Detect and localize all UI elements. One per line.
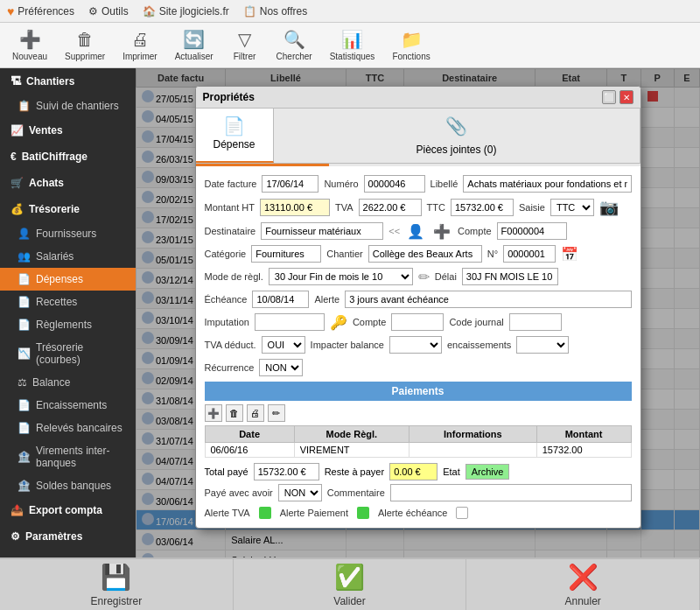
- compte2-input[interactable]: [391, 313, 444, 331]
- batichiffrage-icon: €: [10, 151, 17, 163]
- saisie-select[interactable]: TTCHT: [550, 199, 594, 216]
- annuler-button[interactable]: ❌ Annuler: [466, 559, 700, 610]
- payment-col-montant: Montant: [536, 426, 631, 443]
- filtrer-button[interactable]: ▽ Filtrer: [226, 25, 264, 65]
- sidebar-item-salaries[interactable]: 👥 Salariés: [0, 245, 136, 268]
- add-person-icon[interactable]: ➕: [433, 223, 451, 240]
- actualiser-button[interactable]: 🔄 Actualiser: [170, 25, 219, 65]
- imprimer-button[interactable]: 🖨 Imprimer: [117, 26, 162, 65]
- sidebar-item-suivi[interactable]: 📋 Suivi de chantiers: [0, 95, 136, 117]
- sidebar-item-reglements[interactable]: 📄 Règlements: [0, 313, 136, 336]
- sidebar-item-chantiers[interactable]: 🏗 Chantiers: [0, 68, 136, 95]
- sidebar-item-fournisseurs[interactable]: 👤 Fournisseurs: [0, 222, 136, 245]
- chantier-label: Chantier: [326, 249, 363, 259]
- modal-maximize-button[interactable]: ⬜: [602, 90, 616, 104]
- sidebar-item-parametres[interactable]: ⚙ Paramètres: [0, 523, 136, 550]
- double-arrow-icon[interactable]: <<: [388, 226, 400, 236]
- destinataire-input[interactable]: [261, 222, 383, 240]
- fonctions-button[interactable]: 📁 Fonctions: [387, 25, 435, 65]
- calendar-icon[interactable]: 📅: [561, 246, 578, 263]
- nouveau-button[interactable]: ➕ Nouveau: [7, 25, 52, 65]
- reste-input[interactable]: [389, 463, 438, 480]
- form-row-8: TVA déduct. OUINON Impacter balance enca…: [205, 336, 632, 354]
- payments-add-button[interactable]: ➕: [205, 404, 222, 422]
- payments-delete-button[interactable]: 🗑: [226, 404, 243, 422]
- form-row-6: Échéance Alerte: [205, 291, 632, 308]
- sidebar-item-recettes[interactable]: 📄 Recettes: [0, 291, 136, 313]
- impacter-balance-select[interactable]: [389, 336, 442, 354]
- sidebar-item-tresorerie[interactable]: 💰 Trésorerie: [0, 196, 136, 222]
- ttc-input[interactable]: [451, 199, 514, 216]
- sidebar-item-depenses[interactable]: 📄 Dépenses: [0, 268, 136, 291]
- chantiers-label: Chantiers: [26, 75, 74, 88]
- imputation-label: Imputation: [205, 317, 249, 327]
- numero-input[interactable]: [364, 175, 425, 193]
- sidebar-item-export-compta[interactable]: 📤 Export compta: [0, 497, 136, 523]
- offres-icon: 📋: [243, 5, 256, 18]
- imputation-icon[interactable]: 🔑: [330, 314, 347, 331]
- camera-icon[interactable]: 📷: [599, 198, 619, 217]
- encaissements-icon: 📄: [18, 399, 31, 411]
- libelle-input[interactable]: [463, 175, 631, 193]
- date-facture-input[interactable]: [262, 175, 318, 193]
- statistiques-button[interactable]: 📊 Statistiques: [325, 25, 381, 65]
- sidebar: 🏗 Chantiers 📋 Suivi de chantiers 📈 Vente…: [0, 68, 136, 557]
- compte-input[interactable]: [497, 222, 567, 240]
- tab-depense[interactable]: 📄 Dépense: [196, 109, 274, 163]
- suivi-label: Suivi de chantiers: [36, 100, 119, 112]
- validate-icon: ✅: [334, 563, 365, 592]
- bottom-bar: 💾 Enregistrer ✅ Valider ❌ Annuler: [0, 557, 700, 610]
- depense-tab-icon: 📄: [223, 116, 245, 137]
- date-facture-label: Date facture: [205, 179, 257, 189]
- chantier-input[interactable]: [368, 245, 482, 263]
- paye-avoir-select[interactable]: NONOUI: [278, 484, 322, 501]
- tva-input[interactable]: [359, 199, 422, 216]
- montant-ht-input[interactable]: [260, 199, 330, 216]
- sidebar-item-releves[interactable]: 📄 Relevés bancaires: [0, 417, 136, 439]
- alerte-tva-dot: [259, 507, 271, 519]
- payments-edit-button[interactable]: ✏: [268, 404, 285, 422]
- sidebar-item-batichiffrage[interactable]: € BatiChiffrage: [0, 144, 136, 170]
- alerte-echeance-dot: [456, 507, 468, 519]
- sidebar-item-ventes[interactable]: 📈 Ventes: [0, 117, 136, 144]
- modal-titlebar: Propriétés ⬜ ✕: [196, 87, 640, 109]
- imputation-input[interactable]: [255, 313, 325, 331]
- sidebar-item-soldes[interactable]: 🏦 Soldes banques: [0, 474, 136, 497]
- alerte-input[interactable]: [345, 291, 631, 308]
- n-input[interactable]: [503, 245, 556, 263]
- total-paye-input[interactable]: [254, 463, 319, 480]
- recurrence-select[interactable]: NONOUI: [259, 359, 303, 376]
- depenses-icon: 📄: [18, 273, 31, 285]
- person-icon[interactable]: 👤: [407, 223, 424, 240]
- payments-print-button[interactable]: 🖨: [247, 404, 264, 422]
- mode-regl-select[interactable]: 30 Jour Fin de mois le 10: [269, 268, 413, 285]
- site-icon: 🏠: [143, 5, 156, 18]
- top-menu-bar: ♥ Préférences ⚙ Outils 🏠 Site jlogiciels…: [0, 0, 700, 23]
- tva-deduct-select[interactable]: OUINON: [262, 336, 305, 354]
- preferences-menu[interactable]: ♥ Préférences: [7, 4, 74, 18]
- sidebar-item-tresorerie-courbes[interactable]: 📉 Trésorerie (courbes): [0, 336, 136, 371]
- enregistrer-button[interactable]: 💾 Enregistrer: [0, 559, 234, 610]
- tab-pj[interactable]: 📎 Pièces jointes (0): [274, 109, 640, 163]
- code-journal-input[interactable]: [509, 313, 562, 331]
- supprimer-label: Supprimer: [65, 52, 105, 61]
- valider-button[interactable]: ✅ Valider: [234, 559, 467, 610]
- sidebar-item-encaissements[interactable]: 📄 Encaissements: [0, 394, 136, 417]
- delai-input[interactable]: [462, 268, 558, 285]
- supprimer-button[interactable]: 🗑 Supprimer: [60, 26, 110, 65]
- modal-close-button[interactable]: ✕: [620, 90, 634, 104]
- echeance-input[interactable]: [252, 291, 309, 308]
- site-menu[interactable]: 🏠 Site jlogiciels.fr: [143, 5, 229, 18]
- offres-menu[interactable]: 📋 Nos offres: [243, 5, 307, 18]
- sidebar-item-virements[interactable]: 🏦 Virements inter-banques: [0, 439, 136, 474]
- chercher-button[interactable]: 🔍 Chercher: [271, 25, 318, 65]
- outils-menu[interactable]: ⚙ Outils: [88, 5, 129, 18]
- payment-mode: VIREMENT: [294, 443, 409, 458]
- sidebar-item-achats[interactable]: 🛒 Achats: [0, 170, 136, 196]
- commentaire-input[interactable]: [390, 484, 632, 501]
- categorie-input[interactable]: [251, 245, 321, 263]
- mode-regl-edit-icon[interactable]: ✏: [418, 269, 430, 285]
- encaissements-select[interactable]: [516, 336, 569, 354]
- payment-row[interactable]: 06/06/16 VIREMENT 15732.00: [205, 443, 631, 458]
- sidebar-item-balance[interactable]: ⚖ Balance: [0, 371, 136, 394]
